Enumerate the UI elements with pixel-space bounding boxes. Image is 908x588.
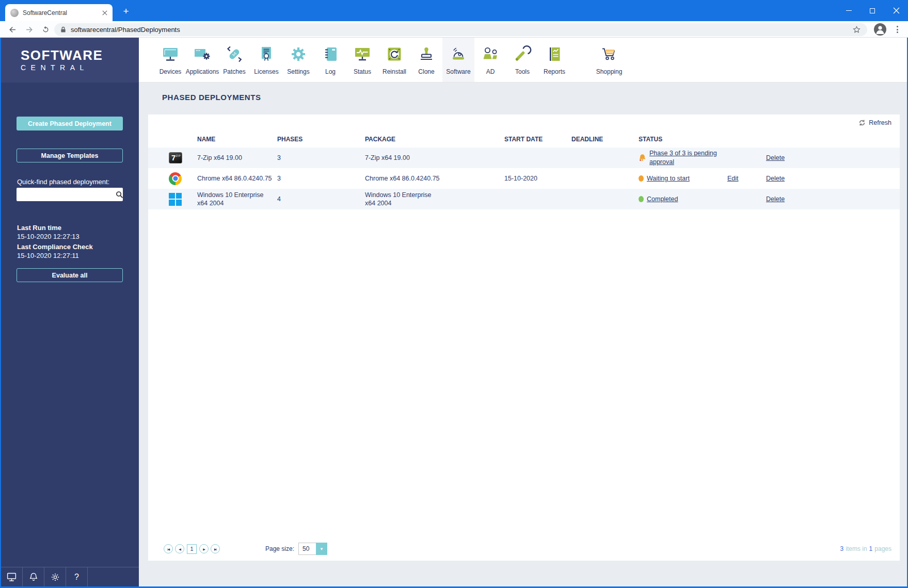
nav-item-label: Shopping [596, 68, 623, 75]
table-row: Windows 10 Enterprise x64 2004 4 Windows… [148, 189, 900, 209]
nav-item-devices[interactable]: Devices [154, 38, 186, 82]
header-status: STATUS [639, 136, 727, 143]
nav-item-label: Log [325, 68, 336, 75]
last-run-value: 15-10-2020 12:27:13 [17, 233, 79, 240]
current-page-button[interactable]: 1 [187, 544, 197, 554]
page-size-input[interactable]: 50 [298, 543, 316, 555]
status-link[interactable]: Phase 3 of 3 is pending approval [649, 149, 721, 167]
delete-link[interactable]: Delete [766, 195, 785, 203]
nav-item-label: Reinstall [383, 68, 406, 75]
delete-link[interactable]: Delete [766, 154, 785, 161]
browser-tab[interactable]: SoftwareCentral [5, 4, 113, 21]
nav-item-label: Reports [544, 68, 565, 75]
close-button[interactable] [884, 0, 908, 21]
status-monitor-icon [353, 45, 372, 66]
settings-nav-icon [289, 45, 308, 66]
nav-item-reinstall[interactable]: Reinstall [378, 38, 410, 82]
header-package: PACKAGE [365, 136, 504, 143]
chrome-icon [169, 172, 182, 185]
bookmark-star-icon[interactable] [852, 25, 861, 34]
new-tab-button[interactable]: + [120, 6, 132, 17]
search-icon[interactable] [116, 191, 123, 199]
remote-desktop-icon[interactable] [1, 567, 23, 586]
browser-toolbar: softwarecentral/PhasedDeployments [0, 21, 908, 38]
software-icon [449, 45, 468, 66]
reports-icon [545, 45, 564, 66]
nav-item-clone[interactable]: Clone [410, 38, 442, 82]
nav-item-settings[interactable]: Settings [282, 38, 314, 82]
nav-item-log[interactable]: Log [314, 38, 346, 82]
delete-link[interactable]: Delete [766, 175, 785, 182]
nav-item-status[interactable]: Status [346, 38, 378, 82]
refresh-button[interactable]: Refresh [858, 119, 891, 126]
header-start-date: START DATE [504, 136, 571, 143]
prev-page-button[interactable]: ◀ [175, 544, 184, 553]
evaluate-all-button[interactable]: Evaluate all [17, 268, 123, 282]
completed-status-dot-icon [639, 196, 644, 202]
nav-item-label: Software [446, 68, 470, 75]
tab-close-icon[interactable] [102, 10, 107, 15]
nav-item-tools[interactable]: Tools [506, 38, 538, 82]
licenses-icon [257, 45, 276, 66]
nav-item-software[interactable]: Software [442, 38, 474, 82]
pagination-summary: 3 items in 1 pages [840, 545, 891, 552]
browser-tab-bar: SoftwareCentral + [0, 0, 908, 21]
quickfind-search-input[interactable] [17, 188, 116, 201]
address-bar[interactable]: softwarecentral/PhasedDeployments [54, 23, 867, 36]
ad-users-icon [481, 45, 500, 66]
nav-item-applications[interactable]: Applications [186, 38, 218, 82]
tab-title: SoftwareCentral [23, 9, 102, 17]
clone-stamp-icon [417, 45, 436, 66]
notifications-bell-icon[interactable] [23, 567, 44, 586]
manage-templates-button[interactable]: Manage Templates [17, 149, 123, 162]
minimize-button[interactable] [837, 0, 861, 21]
status-link[interactable]: Waiting to start [647, 174, 690, 183]
windows-icon [169, 193, 182, 206]
nav-item-shopping[interactable]: Shopping [593, 38, 625, 82]
nav-item-ad[interactable]: AD [474, 38, 506, 82]
page-size-dropdown-icon[interactable]: ▼ [316, 543, 327, 555]
deployment-phases: 4 [277, 195, 365, 203]
header-phases: PHASES [277, 136, 365, 143]
deployment-phases: 3 [277, 175, 365, 182]
forward-icon[interactable] [23, 23, 35, 36]
logo-line-2: CENTRAL [21, 63, 139, 72]
header-name: NAME [197, 136, 277, 143]
first-page-button[interactable]: |◀ [164, 544, 173, 553]
deployments-card: Refresh NAME PHASES PACKAGE START DATE D… [148, 115, 900, 561]
reload-icon[interactable] [39, 23, 52, 36]
create-phased-deployment-button[interactable]: Create Phased Deployment [17, 117, 123, 130]
last-page-button[interactable]: ▶| [211, 544, 220, 553]
sidebar: SOFTWARE CENTRAL Create Phased Deploymen… [1, 38, 139, 586]
status-link[interactable]: Completed [647, 195, 678, 204]
back-icon[interactable] [6, 23, 19, 36]
deployment-package: 7-Zip x64 19.00 [365, 154, 410, 162]
nav-item-label: Settings [287, 68, 309, 75]
last-compliance-value: 15-10-2020 12:27:11 [17, 252, 79, 259]
refresh-label: Refresh [869, 119, 891, 126]
nav-item-patches[interactable]: Patches [218, 38, 250, 82]
nav-item-reports[interactable]: Reports [538, 38, 570, 82]
table-header-row: NAME PHASES PACKAGE START DATE DEADLINE … [148, 131, 900, 148]
nav-item-label: Licenses [254, 68, 278, 75]
last-compliance-label: Last Compliance Check [17, 243, 93, 251]
site-favicon [10, 9, 19, 17]
edit-link[interactable]: Edit [727, 175, 739, 182]
settings-gear-icon[interactable] [44, 567, 66, 586]
lock-icon[interactable] [60, 26, 66, 33]
quickfind-search [17, 188, 123, 201]
deployment-package: Chrome x64 86.0.4240.75 [365, 174, 440, 183]
help-icon[interactable]: ? [66, 567, 88, 586]
refresh-icon [858, 119, 866, 126]
browser-menu-icon[interactable] [894, 24, 901, 35]
tools-wrench-icon [513, 45, 532, 66]
next-page-button[interactable]: ▶ [199, 544, 209, 553]
browser-profile-avatar[interactable] [874, 23, 886, 36]
maximize-button[interactable] [861, 0, 884, 21]
page-title: PHASED DEPLOYMENTS [162, 93, 261, 102]
page-count: 1 [869, 545, 873, 552]
last-run-label: Last Run time [17, 224, 61, 232]
nav-item-licenses[interactable]: Licenses [250, 38, 282, 82]
window-controls [837, 0, 908, 21]
item-count: 3 [840, 545, 844, 552]
